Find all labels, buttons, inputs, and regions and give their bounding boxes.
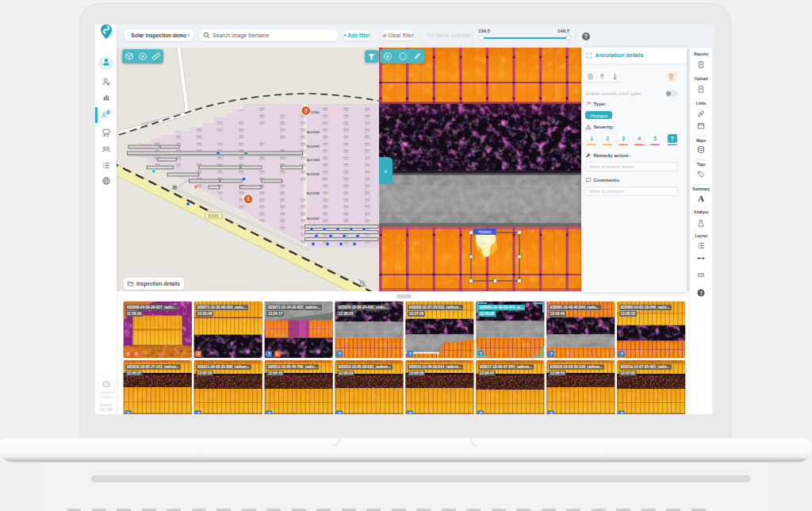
svg-text:BLOCK46: BLOCK46 (307, 192, 320, 195)
svg-text:BLOCK47: BLOCK47 (307, 217, 320, 221)
svg-text:BLOCK45: BLOCK45 (307, 173, 320, 176)
svg-text:B3081: B3081 (209, 214, 220, 218)
svg-text:Hotspot: Hotspot (479, 230, 492, 234)
svg-text:3: 3 (304, 108, 308, 113)
svg-text:2: 2 (247, 196, 250, 202)
svg-text:BLOCK44: BLOCK44 (307, 159, 320, 162)
svg-text:BLOCK43: BLOCK43 (307, 145, 320, 148)
svg-text:BLOCK42: BLOCK42 (307, 131, 320, 134)
